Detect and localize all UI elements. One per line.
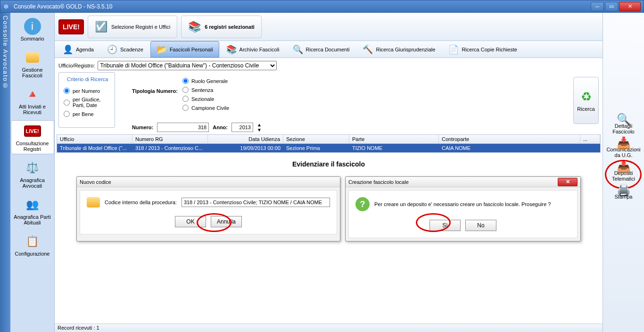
sidebar-item-gestione[interactable]: Gestione Fascicoli [11, 47, 54, 81]
upload-icon: 📤 [605, 164, 643, 169]
annulla-button[interactable]: Annulla [211, 216, 242, 227]
table-header: Ufficio Numero RG Data Udienza Sezione P… [57, 135, 600, 144]
user-icon: 👤 [63, 44, 73, 55]
sidebar-item-sommario[interactable]: iSommario [11, 16, 54, 44]
creazione-fascicolo-dialog: Creazione fascicolo locale✕ ? Per creare… [345, 176, 581, 241]
minimize-button[interactable]: ─ [591, 2, 604, 11]
sidebar-item-atti[interactable]: 🔺Atti Inviati e Ricevuti [11, 83, 54, 117]
left-rail: Consolle Avvocato® [0, 13, 10, 332]
ok-button[interactable]: OK [175, 216, 206, 227]
tab-fascicoli[interactable]: 📂Fascicoli Personali [150, 41, 219, 58]
window-title: Consolle Avvocato® GOLD - NS-3.5.10 [14, 3, 591, 10]
inbox-icon: 📥 [605, 140, 643, 146]
tab-agenda[interactable]: 👤Agenda [57, 41, 100, 58]
tip-ruolo[interactable]: Ruolo Generale [182, 78, 229, 84]
gavel-icon: 🔨 [363, 44, 373, 55]
tip-campione[interactable]: Campione Civile [182, 105, 229, 111]
anno-input[interactable] [231, 123, 253, 132]
selezione-registri-button[interactable]: ☑️Selezione Registri e Uffici [88, 16, 177, 38]
ufficio-select[interactable]: Tribunale di Model Office ("Balduina New… [98, 61, 277, 70]
detail-icon: 🔍 [605, 116, 643, 122]
app-icon: ❄ [3, 3, 11, 10]
main: LIVE! ☑️Selezione Registri e Uffici 📚6 r… [55, 13, 603, 332]
search-doc-icon: 🔍 [293, 44, 303, 55]
crit-numero[interactable]: per Numero [64, 88, 110, 94]
sidebar-item-consultazione[interactable]: LIVE!Consultazione Registri [11, 120, 54, 154]
folder-icon [26, 52, 39, 63]
sidebar-item-config[interactable]: 📋Configurazione [11, 231, 54, 259]
results-table: Ufficio Numero RG Data Udienza Sezione P… [57, 134, 601, 153]
dlg2-text: Per creare un deposito e' necessario cre… [374, 201, 551, 207]
books-icon: 📚 [188, 21, 201, 33]
numero-label: Numero: [132, 124, 153, 130]
rightbar: 🔍Dettagli Fascicolo 📥Comunicazioni da U.… [603, 13, 644, 332]
subtabs: 👤Agenda 🕘Scadenze 📂Fascicoli Personali 📚… [55, 41, 603, 58]
sidebar-item-anagrafica-parti[interactable]: 👥Anagrafica Parti Abituali [11, 194, 54, 228]
registri-count: 📚6 registri selezionati [181, 16, 262, 38]
tab-copie[interactable]: 📄Ricerca Copie Richieste [442, 41, 523, 58]
archive-icon: 📚 [226, 44, 237, 55]
clock-icon: 🕘 [107, 44, 117, 55]
close-button[interactable]: ✕ [619, 2, 641, 11]
live-badge: LIVE! [58, 19, 84, 34]
tab-giurisprudenza[interactable]: 🔨Ricerca Giurisprudenziale [356, 41, 441, 58]
folder-search-icon: 📂 [157, 44, 167, 55]
tip-sentenza[interactable]: Sentenza [182, 87, 229, 93]
refresh-icon: ♻ [581, 90, 592, 104]
dlg1-title: Nuovo codice [80, 179, 111, 185]
crit-giudice[interactable]: per Giudice, Parti, Date [64, 97, 110, 108]
codice-label: Codice interno della procedura: [105, 199, 177, 205]
print-icon: 🖨️ [605, 187, 643, 193]
table-row[interactable]: Tribunale di Model Office ("... 318 / 20… [57, 144, 600, 152]
folder-star-icon [87, 197, 100, 208]
dlg2-close-button[interactable]: ✕ [558, 178, 578, 186]
evidenziare-label: Evidenziare il fascicolo [55, 160, 603, 168]
ricerca-button[interactable]: ♻Ricerca [573, 77, 599, 124]
sidebar: iSommario Gestione Fascicoli 🔺Atti Invia… [10, 13, 55, 332]
no-button[interactable]: No [465, 220, 496, 231]
tab-archivio[interactable]: 📚Archivio Fascicoli [220, 41, 286, 58]
dlg2-title: Creazione fascicolo locale [348, 179, 409, 185]
checklist-icon: ☑️ [95, 21, 107, 33]
doc-icon: 📄 [448, 44, 459, 55]
codice-input[interactable] [182, 198, 330, 207]
tipologia-label: Tipologia Numero: [132, 88, 178, 94]
numero-input[interactable] [157, 123, 209, 132]
nuovo-codice-dialog: Nuovo codice Codice interno della proced… [76, 176, 340, 241]
comunicazioni-button[interactable]: 📥Comunicazioni da U.G. [604, 139, 644, 159]
crit-bene[interactable]: per Bene [64, 111, 110, 117]
criterio-legend: Criterio di Ricerca [66, 76, 109, 82]
question-icon: ? [355, 197, 370, 211]
dettagli-fascicolo-button[interactable]: 🔍Dettagli Fascicolo [604, 116, 644, 135]
titlebar: ❄ Consolle Avvocato® GOLD - NS-3.5.10 ─ … [0, 0, 644, 13]
anno-stepper-icon[interactable]: ▲▼ [257, 122, 262, 133]
si-button[interactable]: Sì [429, 220, 461, 231]
maximize-button[interactable]: ▭ [605, 2, 618, 11]
tab-scadenze[interactable]: 🕘Scadenze [101, 41, 149, 58]
stampa-button[interactable]: 🖨️Stampa [604, 186, 644, 200]
tab-ricerca-doc[interactable]: 🔍Ricerca Documenti [287, 41, 356, 58]
anno-label: Anno: [213, 124, 228, 130]
depositi-telematici-button[interactable]: 📤Depositi Telematici [604, 163, 644, 183]
ufficio-label: Ufficio/Registro: [58, 63, 95, 68]
tip-sezionale[interactable]: Sezionale [182, 96, 229, 102]
statusbar: Record ricevuti : 1 [55, 324, 603, 332]
topbar: LIVE! ☑️Selezione Registri e Uffici 📚6 r… [55, 13, 603, 41]
sidebar-item-anagrafica-avv[interactable]: ⚖️Anagrafica Avvocati [11, 157, 54, 191]
